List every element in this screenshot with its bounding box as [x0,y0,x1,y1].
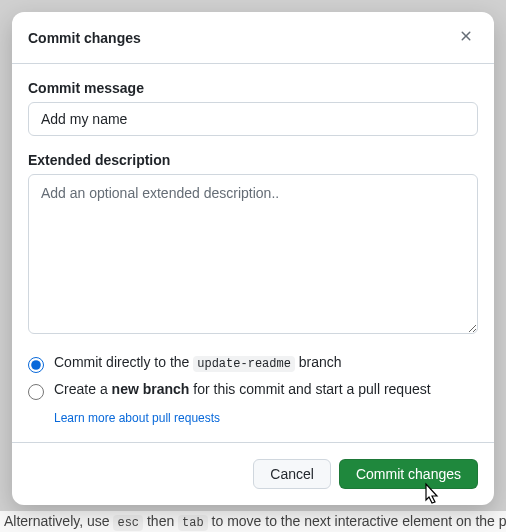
modal-title: Commit changes [28,30,141,46]
commit-changes-modal: Commit changes Commit message Extended d… [12,12,494,505]
radio-new-branch-input[interactable] [28,384,44,400]
radio-option-direct: Commit directly to the update-readme bra… [28,354,478,373]
close-button[interactable] [454,24,478,51]
extended-description-label: Extended description [28,152,478,168]
modal-header: Commit changes [12,12,494,63]
cancel-button[interactable]: Cancel [253,459,331,489]
radio-option-new-branch: Create a new branch for this commit and … [28,381,478,400]
radio-direct-label[interactable]: Commit directly to the update-readme bra… [54,354,342,371]
radio-new-branch-label[interactable]: Create a new branch for this commit and … [54,381,431,397]
modal-body: Commit message Extended description Comm… [12,64,494,442]
commit-message-field-group: Commit message [28,80,478,136]
extended-description-field-group: Extended description [28,152,478,338]
close-icon [458,28,474,47]
extended-description-textarea[interactable] [28,174,478,334]
learn-more-link[interactable]: Learn more about pull requests [54,411,220,425]
commit-changes-button[interactable]: Commit changes [339,459,478,489]
background-hint-text: Alternatively, use esc then tab to move … [0,511,506,532]
branch-name-code: update-readme [193,356,295,372]
modal-footer: Cancel Commit changes [12,443,494,505]
commit-target-radio-group: Commit directly to the update-readme bra… [28,354,478,426]
commit-message-input[interactable] [28,102,478,136]
commit-message-label: Commit message [28,80,478,96]
radio-direct-input[interactable] [28,357,44,373]
